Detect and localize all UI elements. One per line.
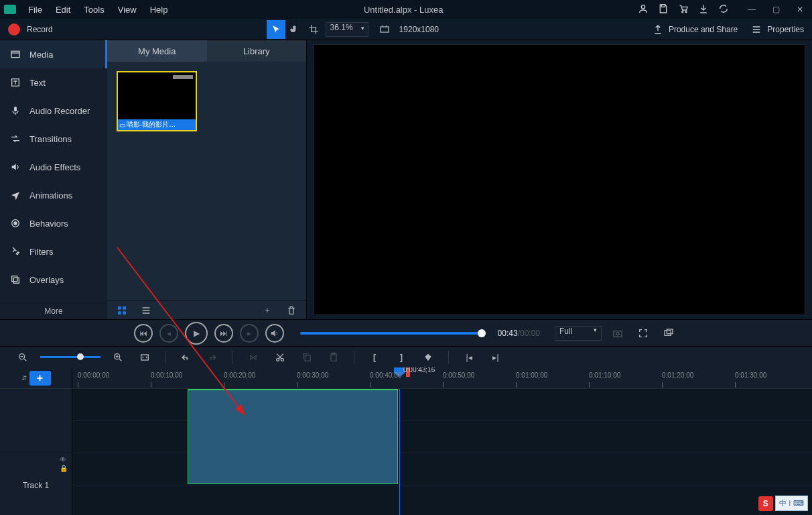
tab-library[interactable]: Library: [207, 40, 307, 62]
titlebar: File Edit Tools View Help Untitled.alpx …: [0, 0, 812, 19]
track-header-1[interactable]: Track 1 👁 🔒: [0, 453, 72, 515]
record-icon: [8, 23, 20, 36]
window-title: Untitled.alpx - Luxea: [174, 5, 632, 15]
save-icon[interactable]: [658, 3, 669, 16]
download-icon[interactable]: [698, 3, 709, 16]
text-icon: [9, 76, 21, 89]
sidebar-item-text[interactable]: Text: [0, 68, 107, 97]
zoom-fit-button[interactable]: [135, 348, 154, 367]
ruler-tick: 0:01:20;00: [662, 371, 693, 379]
svg-rect-18: [665, 331, 671, 335]
mark-out-button[interactable]: ]: [392, 348, 411, 367]
menu-help[interactable]: Help: [143, 2, 175, 17]
delete-media-button[interactable]: [282, 301, 301, 320]
sidebar-item-media[interactable]: Media: [0, 40, 107, 68]
list-view-button[interactable]: [137, 301, 155, 320]
detach-preview-button[interactable]: [659, 324, 678, 343]
sidebar-item-filters[interactable]: Filters: [0, 237, 107, 266]
svg-rect-25: [305, 355, 310, 361]
timeline-zoom-slider[interactable]: [40, 356, 100, 358]
add-marker-button[interactable]: [419, 348, 437, 367]
ruler-tick: 0:01:10;00: [589, 371, 620, 379]
filters-icon: [9, 245, 21, 258]
zoom-level-select[interactable]: 36.1%▾: [326, 22, 368, 37]
account-icon[interactable]: [638, 3, 649, 16]
ruler-tick: 0:00:30;00: [297, 371, 328, 379]
paste-button[interactable]: [324, 348, 343, 367]
preview-canvas[interactable]: [314, 44, 805, 315]
minimize-button[interactable]: —: [742, 3, 761, 16]
split-button[interactable]: ⋈: [244, 348, 263, 367]
speaker-icon: [9, 161, 21, 173]
preview-panel: [307, 40, 812, 319]
undo-button[interactable]: [176, 348, 195, 367]
volume-button[interactable]: [265, 324, 284, 343]
fit-tool[interactable]: [375, 20, 394, 39]
sidebar-item-audio-recorder[interactable]: Audio Recorder: [0, 97, 107, 125]
add-media-button[interactable]: ＋: [258, 301, 277, 320]
grid-view-button[interactable]: [113, 301, 131, 320]
goto-end-button[interactable]: ▸: [240, 324, 259, 343]
zoom-out-button[interactable]: [13, 348, 32, 367]
svg-rect-10: [12, 276, 17, 282]
next-marker-button[interactable]: ▸|: [486, 348, 505, 367]
add-track-button[interactable]: +: [29, 371, 51, 386]
preview-quality-select[interactable]: Full ▾: [555, 326, 602, 341]
next-frame-button[interactable]: ⏭: [214, 324, 233, 343]
record-button[interactable]: Record: [8, 23, 53, 36]
transitions-icon: [9, 133, 21, 145]
svg-point-0: [641, 5, 645, 8]
mark-in-button[interactable]: [: [365, 348, 384, 367]
cut-button[interactable]: [271, 348, 289, 367]
properties-button[interactable]: Properties: [751, 24, 804, 35]
snapshot-button[interactable]: [608, 324, 627, 343]
tab-my-media[interactable]: My Media: [107, 40, 207, 62]
ruler-tick: 0:00:10;00: [151, 371, 182, 379]
prev-marker-button[interactable]: |◂: [460, 348, 478, 367]
close-button[interactable]: ✕: [791, 3, 809, 16]
ruler-tick: 0:01:30;00: [735, 371, 766, 379]
goto-start-button[interactable]: ⏮: [134, 324, 153, 343]
sidebar-item-behaviors[interactable]: Behaviors: [0, 209, 107, 237]
menu-file[interactable]: File: [21, 2, 49, 17]
overlays-icon: [9, 274, 21, 286]
timeline-clip[interactable]: [188, 389, 398, 484]
crop-tool[interactable]: [304, 20, 323, 39]
ruler-tick: 0:00:50;00: [443, 371, 474, 379]
fit-vertical-icon[interactable]: ⇵: [21, 374, 27, 382]
media-icon: [9, 48, 21, 60]
sync-icon[interactable]: [718, 3, 729, 16]
track-visibility-icon[interactable]: 👁: [60, 456, 68, 463]
produce-button[interactable]: Produce and Share: [653, 24, 738, 35]
timeline-ruler[interactable]: 0:00:43;16 0:00:00;000:00:10;000:00:20;0…: [72, 367, 812, 388]
sidebar-item-overlays[interactable]: Overlays: [0, 266, 107, 294]
sidebar-item-animations[interactable]: Animations: [0, 181, 107, 209]
media-clip-thumbnail[interactable]: ▭ 喵影-我的影片…: [117, 71, 197, 131]
menu-view[interactable]: View: [111, 2, 143, 17]
timeline: ⇵ + 0:00:43;16 0:00:00;000:00:10;000:00:…: [0, 367, 812, 515]
sidebar-more[interactable]: More: [0, 302, 107, 319]
fullscreen-button[interactable]: [634, 324, 653, 343]
main-toolbar: Record 36.1%▾ 1920x1080 Produce and Shar…: [0, 19, 812, 40]
sidebar-item-audio-effects[interactable]: Audio Effects: [0, 153, 107, 181]
hand-tool[interactable]: [285, 20, 304, 39]
menu-edit[interactable]: Edit: [49, 2, 77, 17]
playback-progress-slider[interactable]: [300, 332, 482, 335]
cart-icon[interactable]: [678, 3, 689, 16]
maximize-button[interactable]: ▢: [766, 3, 785, 16]
pointer-tool[interactable]: [267, 20, 285, 39]
menu-tools[interactable]: Tools: [77, 2, 111, 17]
track-lock-icon[interactable]: 🔒: [60, 465, 68, 472]
timeline-tracks[interactable]: [72, 389, 812, 515]
sidebar-item-transitions[interactable]: Transitions: [0, 125, 107, 153]
svg-rect-7: [14, 107, 17, 111]
playhead-line: [399, 389, 400, 515]
playback-bar: ⏮ ◂ ▶ ⏭ ▸ 00:43/00:00 Full ▾: [0, 319, 812, 346]
svg-rect-4: [381, 27, 389, 32]
prev-frame-button[interactable]: ◂: [159, 324, 178, 343]
play-button[interactable]: ▶: [185, 322, 208, 345]
zoom-in-button[interactable]: [109, 348, 127, 367]
svg-rect-15: [123, 311, 126, 314]
redo-button[interactable]: [203, 348, 222, 367]
copy-button[interactable]: [297, 348, 316, 367]
